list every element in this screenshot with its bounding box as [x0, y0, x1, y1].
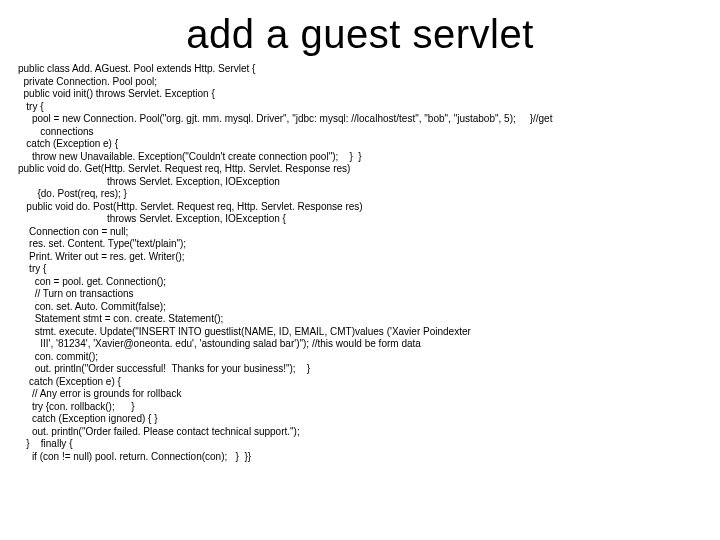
code-line: try {	[18, 263, 702, 276]
code-line: private Connection. Pool pool;	[18, 76, 702, 89]
code-line: public void init() throws Servlet. Excep…	[18, 88, 702, 101]
code-line: // Turn on transactions	[18, 288, 702, 301]
code-line: public void do. Get(Http. Servlet. Reque…	[18, 163, 702, 176]
code-line: Print. Writer out = res. get. Writer();	[18, 251, 702, 264]
slide: add a guest servlet public class Add. AG…	[0, 0, 720, 540]
code-line: } finally {	[18, 438, 702, 451]
code-line: pool = new Connection. Pool("org. gjt. m…	[18, 113, 702, 126]
code-line: out. println("Order failed. Please conta…	[18, 426, 702, 439]
slide-title: add a guest servlet	[18, 12, 702, 57]
code-line: Connection con = null;	[18, 226, 702, 239]
code-line: connections	[18, 126, 702, 139]
code-line: stmt. execute. Update("INSERT INTO guest…	[18, 326, 702, 339]
code-line: try {con. rollback(); }	[18, 401, 702, 414]
code-line: catch (Exception e) {	[18, 138, 702, 151]
code-line: con. commit();	[18, 351, 702, 364]
code-line: catch (Exception ignored) { }	[18, 413, 702, 426]
code-line: try {	[18, 101, 702, 114]
code-line: // Any error is grounds for rollback	[18, 388, 702, 401]
code-line: public class Add. AGuest. Pool extends H…	[18, 63, 702, 76]
code-line: III', '81234', 'Xavier@oneonta. edu', 'a…	[18, 338, 702, 351]
code-line: catch (Exception e) {	[18, 376, 702, 389]
code-line: con = pool. get. Connection();	[18, 276, 702, 289]
code-line: con. set. Auto. Commit(false);	[18, 301, 702, 314]
code-line: if (con != null) pool. return. Connectio…	[18, 451, 702, 464]
code-line: {do. Post(req, res); }	[18, 188, 702, 201]
code-line: throws Servlet. Exception, IOException	[18, 176, 702, 189]
code-line: res. set. Content. Type("text/plain");	[18, 238, 702, 251]
code-line: Statement stmt = con. create. Statement(…	[18, 313, 702, 326]
code-line: out. println("Order successful! Thanks f…	[18, 363, 702, 376]
code-line: public void do. Post(Http. Servlet. Requ…	[18, 201, 702, 214]
code-block: public class Add. AGuest. Pool extends H…	[18, 63, 702, 463]
code-line: throws Servlet. Exception, IOException {	[18, 213, 702, 226]
code-line: throw new Unavailable. Exception("Couldn…	[18, 151, 702, 164]
